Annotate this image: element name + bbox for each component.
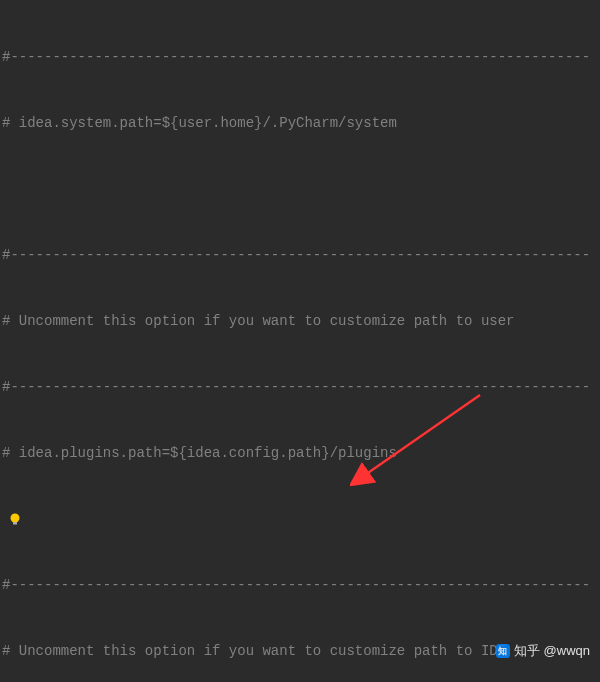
code-line: #---------------------------------------… bbox=[2, 574, 600, 596]
code-line: # idea.plugins.path=${idea.config.path}/… bbox=[2, 442, 600, 464]
code-line: #---------------------------------------… bbox=[2, 46, 600, 68]
code-line: # Uncomment this option if you want to c… bbox=[2, 310, 600, 332]
watermark-brand: 知乎 bbox=[514, 640, 540, 662]
svg-point-0 bbox=[11, 514, 20, 523]
code-line: # idea.system.path=${user.home}/.PyCharm… bbox=[2, 112, 600, 134]
watermark: 知 知乎 @wwqn bbox=[496, 640, 590, 662]
code-line: #---------------------------------------… bbox=[2, 244, 600, 266]
comment-text: #---------------------------------------… bbox=[2, 247, 590, 263]
watermark-user: @wwqn bbox=[544, 640, 590, 662]
code-editor[interactable]: #---------------------------------------… bbox=[0, 0, 600, 682]
code-line bbox=[2, 178, 600, 200]
comment-text: #---------------------------------------… bbox=[2, 49, 590, 65]
zhihu-icon: 知 bbox=[496, 644, 510, 658]
comment-text: # idea.system.path=${user.home}/.PyCharm… bbox=[2, 115, 397, 131]
code-line: #---------------------------------------… bbox=[2, 376, 600, 398]
comment-text: # Uncomment this option if you want to c… bbox=[2, 313, 514, 329]
code-line bbox=[2, 508, 600, 530]
comment-text: # idea.plugins.path=${idea.config.path}/… bbox=[2, 445, 397, 461]
comment-text: #---------------------------------------… bbox=[2, 379, 590, 395]
svg-rect-1 bbox=[13, 522, 17, 525]
intention-bulb-icon[interactable] bbox=[8, 511, 22, 525]
comment-text: # Uncomment this option if you want to c… bbox=[2, 643, 514, 659]
comment-text: #---------------------------------------… bbox=[2, 577, 590, 593]
